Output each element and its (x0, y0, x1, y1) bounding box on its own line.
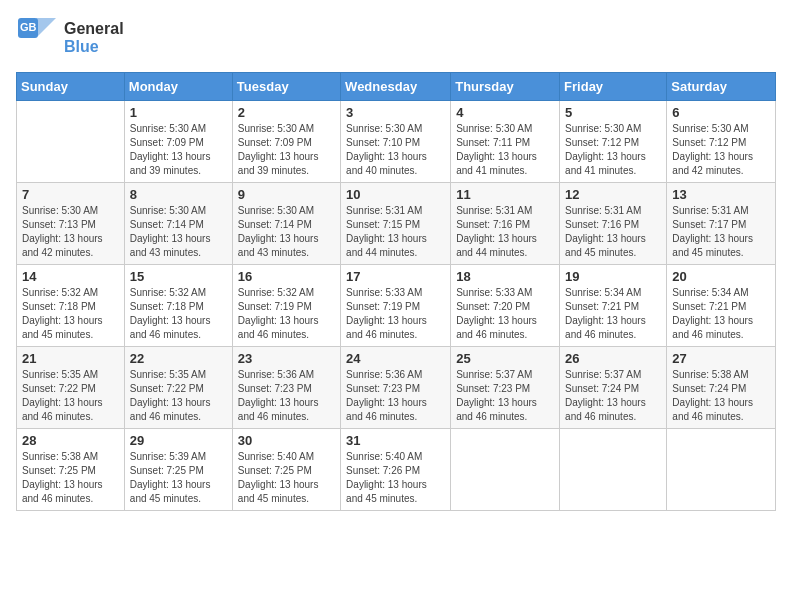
logo-blue: Blue (64, 38, 124, 56)
day-info-line: and 45 minutes. (672, 247, 743, 258)
day-info-line: Sunrise: 5:30 AM (130, 205, 206, 216)
day-number: 17 (346, 269, 445, 284)
day-info-line: Daylight: 13 hours (672, 151, 753, 162)
day-info-line: and 45 minutes. (238, 493, 309, 504)
weekday-header: Friday (560, 73, 667, 101)
day-number: 16 (238, 269, 335, 284)
weekday-header: Monday (124, 73, 232, 101)
day-number: 10 (346, 187, 445, 202)
day-info: Sunrise: 5:38 AMSunset: 7:24 PMDaylight:… (672, 368, 770, 424)
day-info-line: Sunset: 7:18 PM (130, 301, 204, 312)
day-info: Sunrise: 5:31 AMSunset: 7:16 PMDaylight:… (456, 204, 554, 260)
calendar-cell: 4Sunrise: 5:30 AMSunset: 7:11 PMDaylight… (451, 101, 560, 183)
day-number: 31 (346, 433, 445, 448)
day-number: 7 (22, 187, 119, 202)
day-number: 2 (238, 105, 335, 120)
day-info-line: Daylight: 13 hours (672, 315, 753, 326)
logo-general: General (64, 20, 124, 38)
day-info-line: Sunset: 7:23 PM (456, 383, 530, 394)
day-info: Sunrise: 5:30 AMSunset: 7:11 PMDaylight:… (456, 122, 554, 178)
day-number: 9 (238, 187, 335, 202)
day-info-line: Sunrise: 5:34 AM (565, 287, 641, 298)
day-info-line: and 46 minutes. (346, 329, 417, 340)
day-info: Sunrise: 5:32 AMSunset: 7:18 PMDaylight:… (22, 286, 119, 342)
day-info-line: Sunrise: 5:30 AM (565, 123, 641, 134)
day-number: 29 (130, 433, 227, 448)
day-info-line: Daylight: 13 hours (22, 397, 103, 408)
day-info: Sunrise: 5:36 AMSunset: 7:23 PMDaylight:… (346, 368, 445, 424)
day-number: 18 (456, 269, 554, 284)
day-info: Sunrise: 5:30 AMSunset: 7:13 PMDaylight:… (22, 204, 119, 260)
day-info-line: Sunrise: 5:33 AM (346, 287, 422, 298)
day-info-line: Sunrise: 5:35 AM (130, 369, 206, 380)
day-info-line: Sunset: 7:19 PM (238, 301, 312, 312)
calendar-week-row: 7Sunrise: 5:30 AMSunset: 7:13 PMDaylight… (17, 183, 776, 265)
day-info-line: Sunrise: 5:30 AM (238, 205, 314, 216)
day-info-line: Daylight: 13 hours (130, 315, 211, 326)
day-info-line: and 39 minutes. (238, 165, 309, 176)
day-info: Sunrise: 5:35 AMSunset: 7:22 PMDaylight:… (22, 368, 119, 424)
day-number: 12 (565, 187, 661, 202)
calendar-cell: 21Sunrise: 5:35 AMSunset: 7:22 PMDayligh… (17, 347, 125, 429)
day-number: 5 (565, 105, 661, 120)
calendar-cell: 12Sunrise: 5:31 AMSunset: 7:16 PMDayligh… (560, 183, 667, 265)
day-number: 30 (238, 433, 335, 448)
day-info-line: Daylight: 13 hours (346, 151, 427, 162)
calendar-cell: 18Sunrise: 5:33 AMSunset: 7:20 PMDayligh… (451, 265, 560, 347)
logo: GB General Blue (16, 16, 124, 60)
day-info-line: Daylight: 13 hours (346, 233, 427, 244)
day-number: 8 (130, 187, 227, 202)
day-info-line: and 46 minutes. (672, 329, 743, 340)
day-info: Sunrise: 5:38 AMSunset: 7:25 PMDaylight:… (22, 450, 119, 506)
day-info-line: and 43 minutes. (238, 247, 309, 258)
calendar-cell: 11Sunrise: 5:31 AMSunset: 7:16 PMDayligh… (451, 183, 560, 265)
calendar-body: 1Sunrise: 5:30 AMSunset: 7:09 PMDaylight… (17, 101, 776, 511)
day-info-line: Sunrise: 5:38 AM (672, 369, 748, 380)
calendar-header-row: SundayMondayTuesdayWednesdayThursdayFrid… (17, 73, 776, 101)
day-info-line: Sunset: 7:13 PM (22, 219, 96, 230)
day-info: Sunrise: 5:30 AMSunset: 7:12 PMDaylight:… (672, 122, 770, 178)
day-info: Sunrise: 5:36 AMSunset: 7:23 PMDaylight:… (238, 368, 335, 424)
day-info-line: and 46 minutes. (456, 329, 527, 340)
day-info-line: Sunset: 7:24 PM (565, 383, 639, 394)
day-info-line: Daylight: 13 hours (346, 315, 427, 326)
day-info: Sunrise: 5:33 AMSunset: 7:19 PMDaylight:… (346, 286, 445, 342)
day-number: 6 (672, 105, 770, 120)
day-info-line: and 46 minutes. (565, 329, 636, 340)
day-info-line: Sunrise: 5:38 AM (22, 451, 98, 462)
day-info-line: Sunrise: 5:31 AM (672, 205, 748, 216)
day-number: 20 (672, 269, 770, 284)
day-info-line: Sunrise: 5:33 AM (456, 287, 532, 298)
day-info-line: Sunset: 7:25 PM (130, 465, 204, 476)
day-info-line: and 46 minutes. (238, 329, 309, 340)
calendar-cell: 5Sunrise: 5:30 AMSunset: 7:12 PMDaylight… (560, 101, 667, 183)
day-info-line: Daylight: 13 hours (565, 315, 646, 326)
day-info-line: Sunrise: 5:31 AM (565, 205, 641, 216)
day-info-line: Daylight: 13 hours (130, 233, 211, 244)
calendar-cell: 3Sunrise: 5:30 AMSunset: 7:10 PMDaylight… (341, 101, 451, 183)
day-info-line: Daylight: 13 hours (22, 233, 103, 244)
day-info-line: Sunrise: 5:39 AM (130, 451, 206, 462)
day-number: 19 (565, 269, 661, 284)
calendar-cell (667, 429, 776, 511)
day-info: Sunrise: 5:35 AMSunset: 7:22 PMDaylight:… (130, 368, 227, 424)
day-info-line: Daylight: 13 hours (130, 479, 211, 490)
day-info-line: and 46 minutes. (22, 411, 93, 422)
day-info-line: and 45 minutes. (346, 493, 417, 504)
day-info: Sunrise: 5:32 AMSunset: 7:18 PMDaylight:… (130, 286, 227, 342)
day-info-line: Sunrise: 5:30 AM (22, 205, 98, 216)
day-info: Sunrise: 5:30 AMSunset: 7:10 PMDaylight:… (346, 122, 445, 178)
calendar-cell: 9Sunrise: 5:30 AMSunset: 7:14 PMDaylight… (232, 183, 340, 265)
day-info-line: Sunset: 7:22 PM (22, 383, 96, 394)
day-info-line: and 45 minutes. (565, 247, 636, 258)
day-info-line: Daylight: 13 hours (238, 397, 319, 408)
day-info-line: Sunset: 7:09 PM (130, 137, 204, 148)
day-info-line: Sunrise: 5:32 AM (130, 287, 206, 298)
calendar-cell: 19Sunrise: 5:34 AMSunset: 7:21 PMDayligh… (560, 265, 667, 347)
day-info-line: and 44 minutes. (346, 247, 417, 258)
day-info-line: Sunrise: 5:30 AM (238, 123, 314, 134)
page-header: GB General Blue (16, 16, 776, 60)
calendar-cell: 24Sunrise: 5:36 AMSunset: 7:23 PMDayligh… (341, 347, 451, 429)
calendar-cell: 29Sunrise: 5:39 AMSunset: 7:25 PMDayligh… (124, 429, 232, 511)
day-info-line: Sunrise: 5:37 AM (565, 369, 641, 380)
